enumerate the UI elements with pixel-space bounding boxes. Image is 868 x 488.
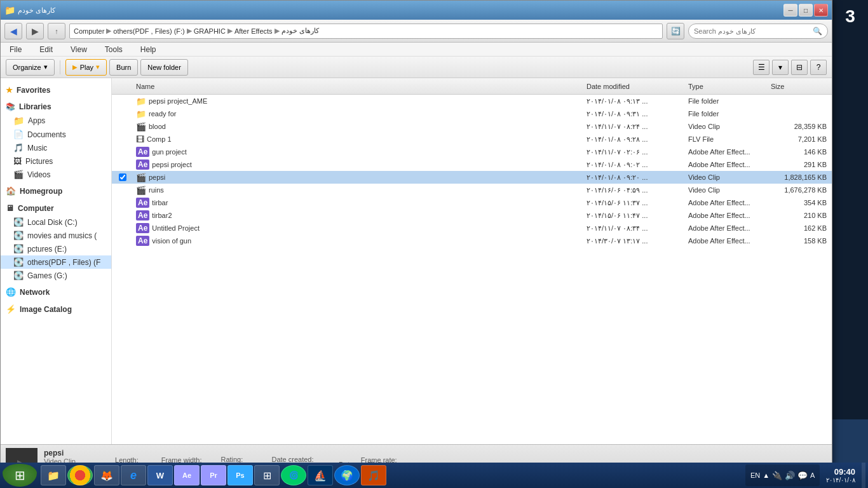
file-type: Adobe After Effect... — [684, 212, 767, 219]
sidebar-computer-header[interactable]: 🖥 Computer — [1, 201, 111, 215]
flv-icon: 🎞 — [136, 135, 144, 144]
preview-pane-button[interactable]: ⊟ — [791, 60, 808, 75]
sidebar-network-header[interactable]: 🌐 Network — [1, 285, 111, 299]
taskbar-app11[interactable]: ⛵ — [308, 465, 333, 485]
sidebar-homegroup-header[interactable]: 🏠 Homegroup — [1, 184, 111, 198]
title-bar-left: 📁 کارهای خودم — [4, 5, 55, 15]
view-details-button[interactable]: ☰ — [753, 60, 770, 75]
taskbar-app12[interactable]: 🌍 — [334, 465, 360, 485]
help-button[interactable]: ? — [810, 60, 827, 75]
sidebar-item-games[interactable]: 💽 Games (G:) — [1, 269, 111, 282]
taskbar-word[interactable]: W — [147, 465, 173, 485]
organize-button[interactable]: Organize ▾ — [6, 59, 55, 76]
sep4: ▶ — [275, 27, 280, 35]
file-name: ruins — [149, 186, 164, 194]
sidebar-item-pictures[interactable]: 🖼 Pictures — [1, 154, 111, 168]
file-row[interactable]: Aetirbar ۲۰۱۴/۱۵/۰۶ ۱۱:۳۷ ... Adobe Afte… — [112, 196, 832, 209]
ae-icon: Ae — [136, 236, 149, 246]
file-date: ۲۰۱۴/۰۱/۰۸ ۰۹:۳۱ ... — [583, 110, 684, 118]
breadcrumb[interactable]: Computer ▶ others(PDF , Files) (F:) ▶ GR… — [69, 24, 663, 39]
file-row[interactable]: 📁pepsi project_AME ۲۰۱۴/۰۱/۰۸ ۰۹:۱۳ ... … — [112, 95, 832, 107]
breadcrumb-current[interactable]: کارهای خودم — [281, 27, 319, 35]
play-button[interactable]: ▶ Play ▾ — [65, 59, 107, 76]
file-row[interactable]: AeUntitled Project ۲۰۱۴/۱۱/۰۷ ۰۸:۳۴ ... … — [112, 222, 832, 234]
burn-button[interactable]: Burn — [109, 59, 138, 76]
sidebar-item-local-disk-c[interactable]: 💽 Local Disk (C:) — [1, 215, 111, 229]
breadcrumb-computer[interactable]: Computer — [74, 27, 104, 35]
libraries-label: Libraries — [19, 102, 51, 111]
taskbar-ae[interactable]: Ae — [174, 465, 200, 485]
close-button[interactable]: ✕ — [814, 4, 828, 17]
file-row[interactable]: 🎬blood ۲۰۱۴/۱۱/۰۷ ۰۸:۲۴ ... Video Clip 2… — [112, 120, 832, 133]
computer-icon: 🖥 — [6, 203, 14, 213]
main-content: ★ Favorites 📚 Libraries 📁 Apps 📄 Documen… — [1, 78, 832, 444]
breadcrumb-others[interactable]: others(PDF , Files) (F:) — [113, 27, 184, 35]
file-row[interactable]: Aetirbar2 ۲۰۱۴/۱۵/۰۶ ۱۱:۴۷ ... Adobe Aft… — [112, 209, 832, 222]
menu-view[interactable]: View — [67, 44, 91, 55]
pictures-icon: 🖼 — [13, 156, 22, 166]
show-desktop-button[interactable] — [862, 463, 865, 488]
taskbar-ie[interactable]: e — [121, 465, 146, 485]
refresh-button[interactable]: 🔄 — [667, 23, 684, 39]
col-type[interactable]: Type — [684, 83, 767, 90]
taskbar-app9[interactable]: ⊞ — [254, 465, 280, 485]
sidebar-item-music[interactable]: 🎵 Music — [1, 141, 111, 154]
pctures-disk-icon: 💽 — [13, 244, 24, 254]
sidebar-libraries-header[interactable]: 📚 Libraries — [1, 100, 111, 114]
up-button[interactable]: ↑ — [48, 23, 65, 39]
minimize-button[interactable]: ─ — [783, 4, 797, 17]
ae-icon: Ae — [136, 159, 149, 170]
taskbar-firefox[interactable]: 🦊 — [94, 465, 119, 485]
menu-edit[interactable]: Edit — [36, 44, 57, 55]
check-cell — [113, 123, 132, 130]
file-date: ۲۰۱۴/۰۱/۰۸ ۰۹:۰۲ ... — [583, 161, 684, 169]
volume-icon[interactable]: 🔊 — [785, 471, 795, 480]
file-row[interactable]: Aegun project ۲۰۱۴/۱۱/۰۷ ۰۲:۰۶ ... Adobe… — [112, 146, 832, 158]
clock-area[interactable]: 09:40 ۲۰۱۴/۰۱/۰۸ — [821, 467, 860, 484]
breadcrumb-ae[interactable]: After Effects — [234, 27, 273, 35]
taskbar-explorer[interactable]: 📁 — [41, 465, 66, 485]
col-date[interactable]: Date modified — [583, 83, 684, 90]
forward-button[interactable]: ▶ — [26, 23, 44, 39]
file-name: blood — [149, 123, 166, 130]
taskbar-chrome[interactable] — [67, 465, 93, 485]
sidebar-item-movies[interactable]: 💽 movies and musics ( — [1, 229, 111, 242]
file-row[interactable]: 🎬pepsi ۲۰۱۴/۰۱/۰۸ ۰۹:۲۰ ... Video Clip 1… — [112, 171, 832, 184]
sidebar-item-videos[interactable]: 🎬 Videos — [1, 168, 111, 181]
sidebar-item-documents[interactable]: 📄 Documents — [1, 128, 111, 141]
maximize-button[interactable]: □ — [799, 4, 813, 17]
view-dropdown-button[interactable]: ▾ — [772, 60, 789, 75]
start-button[interactable]: ⊞ — [3, 464, 37, 487]
sidebar-item-apps[interactable]: 📁 Apps — [1, 114, 111, 128]
back-button[interactable]: ◀ — [4, 23, 22, 39]
file-row[interactable]: 🎬ruins ۲۰۱۴/۱۶/۰۶ ۰۴:۵۹ ... Video Clip 1… — [112, 184, 832, 196]
col-name[interactable]: Name — [132, 83, 583, 90]
star-icon: ★ — [6, 86, 13, 95]
language-bar[interactable]: A — [810, 471, 815, 479]
check-cell — [113, 148, 132, 156]
sidebar-favorites-section: ★ Favorites — [1, 83, 111, 97]
file-row[interactable]: 📁ready for ۲۰۱۴/۰۱/۰۸ ۰۹:۳۱ ... File fol… — [112, 107, 832, 120]
col-size[interactable]: Size — [767, 83, 831, 90]
menu-help[interactable]: Help — [137, 44, 160, 55]
music-label: Music — [27, 144, 47, 152]
taskbar-app10[interactable]: 🌀 — [281, 465, 306, 485]
file-row[interactable]: Aevision of gun ۲۰۱۴/۳۰/۰۷ ۱۳:۱۷ ... Ado… — [112, 234, 832, 247]
menu-file[interactable]: File — [6, 44, 25, 55]
search-box[interactable]: 🔍 — [688, 24, 828, 39]
taskbar-premiere[interactable]: Pr — [201, 465, 226, 485]
show-hidden-icon[interactable]: ▲ — [763, 471, 770, 479]
sidebar-image-catalog-header[interactable]: ⚡ Image Catalog — [1, 302, 111, 316]
taskbar-photoshop[interactable]: Ps — [227, 465, 253, 485]
file-row[interactable]: Aepepsi project ۲۰۱۴/۰۱/۰۸ ۰۹:۰۲ ... Ado… — [112, 158, 832, 171]
taskbar-app13[interactable]: 🎵 — [361, 465, 386, 485]
sidebar-item-others[interactable]: 💽 others(PDF , Files) (F — [1, 255, 111, 269]
new-folder-button[interactable]: New folder — [140, 59, 188, 76]
sidebar-item-pctures[interactable]: 💽 pctures (E:) — [1, 242, 111, 255]
file-checkbox[interactable] — [119, 173, 126, 181]
search-input[interactable] — [694, 27, 810, 35]
menu-tools[interactable]: Tools — [101, 44, 126, 55]
breadcrumb-graphic[interactable]: GRAPHIC — [194, 27, 226, 35]
sidebar-favorites-header[interactable]: ★ Favorites — [1, 83, 111, 97]
file-row[interactable]: 🎞Comp 1 ۲۰۱۴/۰۱/۰۸ ۰۹:۲۸ ... FLV File 7,… — [112, 133, 832, 146]
